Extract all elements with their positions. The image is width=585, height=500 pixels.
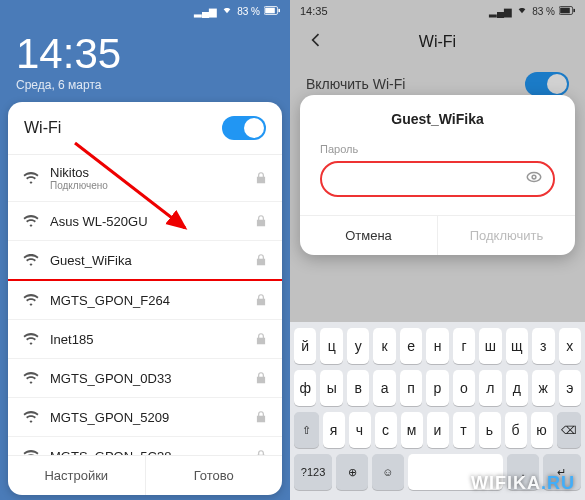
phone-right-password-dialog: 14:35 ▂▄▆ 83 % Wi-Fi Включить Wi-Fi Gues… (290, 0, 585, 500)
key[interactable]: э (559, 370, 581, 406)
key[interactable]: ы (320, 370, 342, 406)
eye-icon[interactable] (525, 168, 543, 190)
key[interactable]: з (532, 328, 554, 364)
key[interactable]: е (400, 328, 422, 364)
key[interactable]: д (506, 370, 528, 406)
key[interactable]: ц (320, 328, 342, 364)
network-status: Подключено (50, 180, 108, 191)
network-name: Nikitos (50, 165, 108, 180)
network-list: NikitosПодключеноAsus WL-520GUGuest_WiFi… (8, 155, 282, 455)
key[interactable]: р (426, 370, 448, 406)
password-label: Пароль (320, 143, 555, 155)
network-item-2[interactable]: Guest_WiFika (8, 241, 282, 281)
key[interactable]: ?123 (294, 454, 332, 490)
key[interactable]: ж (532, 370, 554, 406)
key[interactable]: ф (294, 370, 316, 406)
connect-button[interactable]: Подключить (438, 216, 575, 255)
svg-point-7 (527, 173, 541, 182)
network-item-4[interactable]: Inet185 (8, 320, 282, 359)
key[interactable]: ⌫ (557, 412, 582, 448)
password-input[interactable] (332, 172, 525, 187)
key[interactable]: щ (506, 328, 528, 364)
key[interactable]: я (323, 412, 345, 448)
status-bar-left: ▂▄▆ 83 % (0, 0, 290, 22)
key[interactable]: ⇧ (294, 412, 319, 448)
key[interactable]: п (400, 370, 422, 406)
modal-network-name: Guest_WiFika (300, 95, 575, 135)
wifi-card-header: Wi-Fi (8, 102, 282, 155)
key[interactable]: б (505, 412, 527, 448)
network-item-5[interactable]: MGTS_GPON_0D33 (8, 359, 282, 398)
key[interactable]: м (401, 412, 423, 448)
password-field-wrapper (320, 161, 555, 197)
svg-point-8 (532, 175, 536, 179)
signal-icon: ▂▄▆ (194, 6, 217, 17)
network-name: MGTS_GPON_5209 (50, 410, 169, 425)
key[interactable]: ь (479, 412, 501, 448)
battery-label: 83 % (237, 6, 260, 17)
key[interactable]: ⊕ (336, 454, 368, 490)
settings-button[interactable]: Настройки (8, 455, 146, 495)
done-button[interactable]: Готово (146, 455, 283, 495)
network-name: Inet185 (50, 332, 93, 347)
key[interactable]: в (347, 370, 369, 406)
password-modal: Guest_WiFika Пароль Отмена Подключить (300, 95, 575, 255)
cancel-button[interactable]: Отмена (300, 216, 438, 255)
key[interactable]: с (375, 412, 397, 448)
key[interactable]: н (426, 328, 448, 364)
key[interactable]: т (453, 412, 475, 448)
battery-icon (264, 6, 280, 17)
key[interactable]: у (347, 328, 369, 364)
svg-rect-2 (278, 8, 280, 11)
network-name: Asus WL-520GU (50, 214, 148, 229)
key[interactable]: ю (531, 412, 553, 448)
key[interactable]: й (294, 328, 316, 364)
watermark: WIFIKA.RU (471, 473, 575, 494)
network-item-3[interactable]: MGTS_GPON_F264 (8, 281, 282, 320)
network-item-1[interactable]: Asus WL-520GU (8, 202, 282, 241)
network-name: MGTS_GPON_0D33 (50, 371, 171, 386)
key[interactable]: л (479, 370, 501, 406)
key[interactable]: и (427, 412, 449, 448)
wifi-title: Wi-Fi (24, 119, 61, 137)
network-item-7[interactable]: MGTS_GPON_5C38 (8, 437, 282, 455)
modal-footer: Отмена Подключить (300, 215, 575, 255)
lock-date: Среда, 6 марта (0, 78, 290, 102)
svg-rect-1 (265, 7, 275, 13)
key[interactable]: ш (479, 328, 501, 364)
wifi-card-footer: Настройки Готово (8, 455, 282, 495)
key[interactable]: к (373, 328, 395, 364)
network-item-6[interactable]: MGTS_GPON_5209 (8, 398, 282, 437)
key[interactable]: о (453, 370, 475, 406)
network-name: Guest_WiFika (50, 253, 132, 268)
network-name: MGTS_GPON_F264 (50, 293, 170, 308)
wifi-status-icon (221, 5, 233, 17)
lock-clock: 14:35 (0, 22, 290, 78)
wifi-toggle[interactable] (222, 116, 266, 140)
network-item-0[interactable]: NikitosПодключено (8, 155, 282, 202)
key[interactable]: ☺ (372, 454, 404, 490)
phone-left-wifi-list: ▂▄▆ 83 % 14:35 Среда, 6 марта Wi-Fi Niki… (0, 0, 290, 500)
key[interactable]: а (373, 370, 395, 406)
key[interactable]: ч (349, 412, 371, 448)
network-name: MGTS_GPON_5C38 (50, 449, 171, 456)
key[interactable]: х (559, 328, 581, 364)
key[interactable]: г (453, 328, 475, 364)
wifi-card: Wi-Fi NikitosПодключеноAsus WL-520GUGues… (8, 102, 282, 495)
